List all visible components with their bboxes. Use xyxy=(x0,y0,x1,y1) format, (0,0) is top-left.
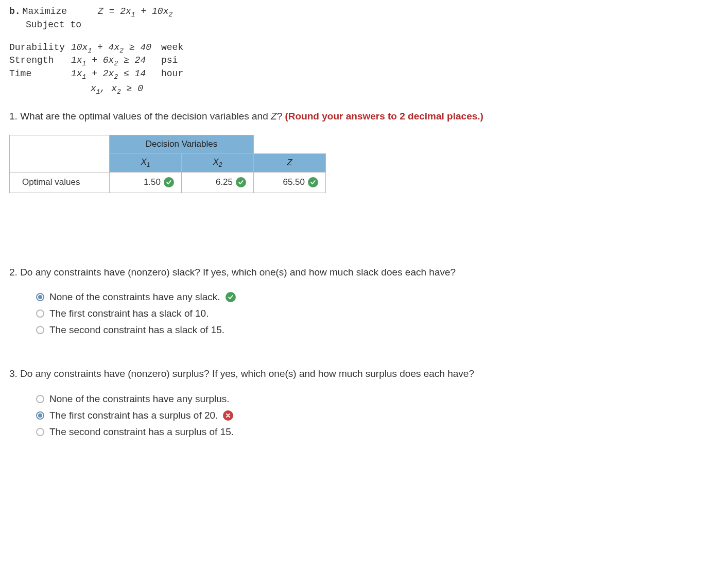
radio-icon[interactable] xyxy=(36,395,44,403)
table-blank-cell xyxy=(10,135,110,172)
question-2-options: None of the constraints have any slack. … xyxy=(36,291,719,336)
question-3-text: 3. Do any constraints have (nonzero) sur… xyxy=(9,367,719,381)
x1-value: 1.50 xyxy=(144,177,161,187)
x2-value-cell[interactable]: 6.25 xyxy=(182,172,254,193)
z-value: 65.50 xyxy=(283,177,305,187)
question-number: 3. xyxy=(9,368,18,379)
option-label: None of the constraints have any surplus… xyxy=(49,393,230,405)
check-icon xyxy=(308,177,318,187)
radio-option[interactable]: The second constraint has a slack of 15. xyxy=(36,324,719,336)
check-icon xyxy=(164,177,174,187)
optimal-values-table: Decision Variables X1 X2 Z Optimal value… xyxy=(9,135,326,193)
problem-header: b. Maximize Z = 2x1 + 10x2 xyxy=(9,6,719,19)
question-1-text: 1. What are the optimal values of the de… xyxy=(9,109,719,124)
check-icon xyxy=(226,292,236,302)
radio-option[interactable]: The first constraint has a slack of 10. xyxy=(36,308,719,319)
constraint-expression: 1x1 + 2x2 ≤ 14 xyxy=(71,68,161,81)
option-label: The first constraint has a slack of 10. xyxy=(49,308,209,319)
radio-icon[interactable] xyxy=(36,293,44,301)
constraint-name: Strength xyxy=(9,55,71,67)
radio-option[interactable]: None of the constraints have any surplus… xyxy=(36,393,719,405)
part-label: b. xyxy=(9,6,23,19)
x-icon xyxy=(223,410,233,421)
constraints-block: Durability 10x1 + 4x2 ≥ 40 week Strength… xyxy=(9,42,719,81)
rounding-hint: (Round your answers to 2 decimal places.… xyxy=(285,111,483,122)
radio-icon[interactable] xyxy=(36,309,44,318)
z-value-cell[interactable]: 65.50 xyxy=(254,172,326,193)
radio-option[interactable]: The second constraint has a surplus of 1… xyxy=(36,426,719,438)
question-number: 2. xyxy=(9,267,18,278)
constraint-row: Durability 10x1 + 4x2 ≥ 40 week xyxy=(9,42,719,55)
z-variable: Z xyxy=(271,111,277,122)
nonnegativity-constraint: x1, x2 ≥ 0 xyxy=(91,83,719,96)
x2-value: 6.25 xyxy=(216,177,233,187)
option-label: The second constraint has a surplus of 1… xyxy=(49,426,234,438)
x1-value-cell[interactable]: 1.50 xyxy=(110,172,182,193)
check-icon xyxy=(236,177,246,187)
optimal-values-row-label: Optimal values xyxy=(10,172,110,193)
question-2-text: 2. Do any constraints have (nonzero) sla… xyxy=(9,265,719,280)
radio-option[interactable]: None of the constraints have any slack. xyxy=(36,291,719,303)
constraint-name: Durability xyxy=(9,42,71,55)
objective-function: Z = 2x1 + 10x2 xyxy=(98,6,172,19)
decision-variables-header: Decision Variables xyxy=(110,135,254,153)
constraint-expression: 1x1 + 6x2 ≥ 24 xyxy=(71,55,161,67)
objective-action: Maximize xyxy=(23,6,98,19)
constraint-row: Time 1x1 + 2x2 ≤ 14 hour xyxy=(9,68,719,81)
x2-header: X2 xyxy=(182,153,254,172)
radio-icon[interactable] xyxy=(36,326,44,334)
constraint-unit: psi xyxy=(161,55,178,67)
radio-option[interactable]: The first constraint has a surplus of 20… xyxy=(36,410,719,421)
option-label: The first constraint has a surplus of 20… xyxy=(49,410,218,421)
radio-icon[interactable] xyxy=(36,428,44,436)
constraint-row: Strength 1x1 + 6x2 ≥ 24 psi xyxy=(9,55,719,67)
question-number: 1. xyxy=(9,111,18,122)
x1-header: X1 xyxy=(110,153,182,172)
question-3-options: None of the constraints have any surplus… xyxy=(36,393,719,438)
constraint-expression: 10x1 + 4x2 ≥ 40 xyxy=(71,42,161,55)
option-label: The second constraint has a slack of 15. xyxy=(49,324,224,336)
table-blank-cell xyxy=(254,135,326,153)
constraint-unit: hour xyxy=(161,68,183,81)
subject-to-label: Subject to xyxy=(26,20,719,30)
option-label: None of the constraints have any slack. xyxy=(49,291,220,303)
radio-icon[interactable] xyxy=(36,411,44,420)
z-header: Z xyxy=(254,153,326,172)
constraint-name: Time xyxy=(9,68,71,81)
constraint-unit: week xyxy=(161,42,183,55)
